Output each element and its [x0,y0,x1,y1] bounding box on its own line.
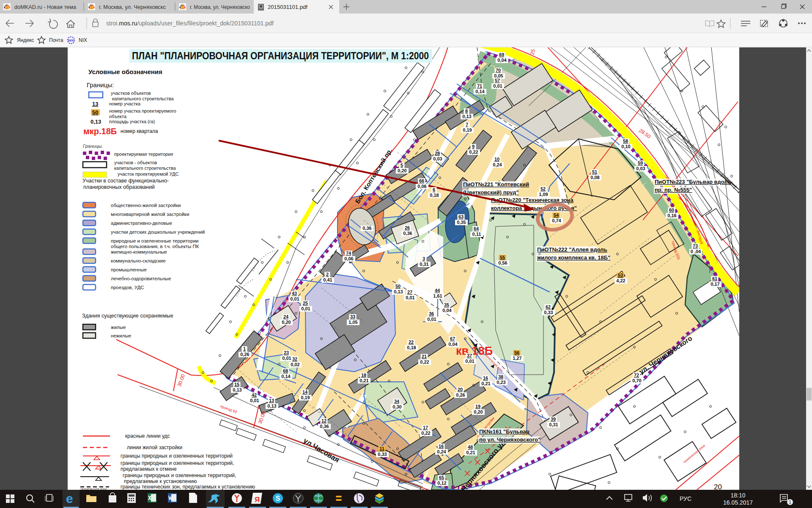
svg-text:0,20: 0,20 [282,320,291,325]
svg-text:лечебно-оздоровительные: лечебно-оздоровительные [111,276,171,281]
svg-text:участков - объектов: участков - объектов [114,160,157,165]
svg-text:11: 11 [379,446,384,451]
svg-text:номер участка: номер участка [109,101,141,106]
svg-text:0,20: 0,20 [398,168,406,173]
svg-text:S: S [276,495,280,502]
svg-text:коммунально-складские: коммунально-складские [111,258,166,263]
svg-text:66: 66 [419,178,424,183]
svg-text:0,08: 0,08 [590,175,599,180]
svg-text:0,06: 0,06 [344,256,353,261]
svg-text:53: 53 [618,273,623,278]
svg-text:0,36: 0,36 [362,226,371,231]
svg-text:ПиОТ№222 "Аллея вдоль: ПиОТ№222 "Аллея вдоль [537,246,607,253]
svg-text:0,01: 0,01 [427,317,436,322]
svg-text:жилые: жилые [111,325,126,330]
svg-text:0,31: 0,31 [420,262,428,267]
svg-text:38: 38 [498,374,503,379]
svg-text:0,13: 0,13 [91,119,101,125]
svg-text:26: 26 [405,225,410,230]
svg-text:0,14: 0,14 [281,374,291,379]
svg-text:границы природных и озелененны: границы природных и озелененных территор… [121,460,234,466]
svg-text:74: 74 [346,251,351,256]
svg-text:капитального строительства: капитального строительства [114,166,176,171]
svg-text:0,11: 0,11 [472,232,481,237]
svg-text:39: 39 [551,417,556,422]
svg-text:67: 67 [450,336,455,341]
svg-text:0,01: 0,01 [250,398,259,403]
svg-text:0,21: 0,21 [466,450,475,455]
svg-text:0,04: 0,04 [448,342,458,347]
svg-text:50: 50 [395,284,401,289]
svg-text:0,03: 0,03 [636,166,645,171]
svg-text:0,35: 0,35 [457,220,466,225]
svg-text:55: 55 [500,255,505,260]
svg-text:61: 61 [712,276,717,281]
svg-text:0,24: 0,24 [437,449,446,454]
svg-text:28: 28 [435,151,440,156]
svg-text:12: 12 [321,418,326,423]
svg-text:0,13: 0,13 [267,403,276,409]
svg-text:природные и озелененные террит: природные и озелененные территории [111,238,198,243]
svg-text:3: 3 [422,256,425,261]
svg-text:0,36: 0,36 [403,231,412,236]
svg-text:Границы.: Границы. [83,144,103,149]
svg-text:участков объектов: участков объектов [111,91,151,96]
svg-text:административно-деловые: административно-деловые [111,221,172,226]
svg-text:69: 69 [499,52,504,57]
svg-text:0,26: 0,26 [240,352,249,357]
svg-text:мкр.18Б: мкр.18Б [83,127,117,136]
svg-text:1: 1 [243,346,246,351]
svg-text:Я: Я [255,496,260,504]
svg-text:0,10: 0,10 [621,144,630,149]
svg-text:общественно-жилой застройки: общественно-жилой застройки [111,203,181,208]
svg-text:пр. пр. №555": пр. пр. №555" [655,187,692,193]
svg-text:9: 9 [472,144,475,149]
svg-text:0,01: 0,01 [493,83,502,88]
svg-text:РУС: РУС [680,495,691,502]
svg-text:0,18: 0,18 [407,345,416,350]
svg-text:24: 24 [283,314,289,319]
svg-text:номер участка проектируемого: номер участка проектируемого [109,108,176,113]
svg-text:жилого комплекса кв. 18Б": жилого комплекса кв. 18Б" [537,254,610,261]
svg-text:ПиОТ№223 "Бульвар вдоль: ПиОТ№223 "Бульвар вдоль [655,179,731,185]
svg-text:0,04: 0,04 [497,58,507,63]
svg-text:73: 73 [693,243,698,248]
svg-text:0,74: 0,74 [552,218,561,223]
svg-text:0,33: 0,33 [544,310,553,315]
svg-text:0,31: 0,31 [549,422,558,427]
svg-text:NIX: NIX [79,37,87,43]
svg-text:18:10: 18:10 [730,492,745,499]
svg-text:0,22: 0,22 [420,359,429,364]
svg-text:многоквартирной жилой застройк: многоквартирной жилой застройки [111,212,189,217]
svg-text:1,27: 1,27 [513,356,521,361]
svg-text:Участки в составе функциональн: Участки в составе функционально- [82,178,169,184]
svg-text:0,19: 0,19 [301,395,310,400]
svg-text:проездов, УДС: проездов, УДС [111,285,144,290]
svg-text:0,22: 0,22 [469,149,478,155]
svg-text:объекта: объекта [109,114,127,119]
svg-text:22: 22 [409,340,414,345]
svg-text:62: 62 [546,304,551,309]
svg-text:56: 56 [514,350,519,355]
svg-text:красные линии удс: красные линии удс [125,433,170,439]
svg-text:0 ,04: 0 ,04 [691,249,701,254]
svg-text:71: 71 [477,83,482,88]
svg-text:планировочных образований: планировочных образований [83,184,155,190]
svg-text:7: 7 [466,122,468,127]
svg-text:50: 50 [92,109,98,116]
svg-text:70: 70 [496,68,501,73]
svg-text:Здания существующие сохраняемы: Здания существующие сохраняемые [82,313,173,319]
svg-text:15: 15 [234,382,239,387]
svg-text:0,21: 0,21 [359,378,368,383]
svg-text:44: 44 [435,288,440,293]
svg-text:0,01: 0,01 [282,356,291,361]
svg-text:границы природных и озелененны: границы природных и озелененных территор… [121,453,233,459]
svg-text:NIX: NIX [68,39,74,42]
svg-text:жилищно-коммунальные: жилищно-коммунальные [111,249,167,254]
svg-text:72: 72 [634,373,639,378]
svg-text:0,13: 0,13 [394,289,403,294]
svg-text:8: 8 [465,108,468,113]
svg-text:0,01: 0,01 [406,295,414,300]
svg-text:37: 37 [467,353,472,358]
svg-text:границы технических зон, предл: границы технических зон, предлагаемых к … [121,484,255,490]
